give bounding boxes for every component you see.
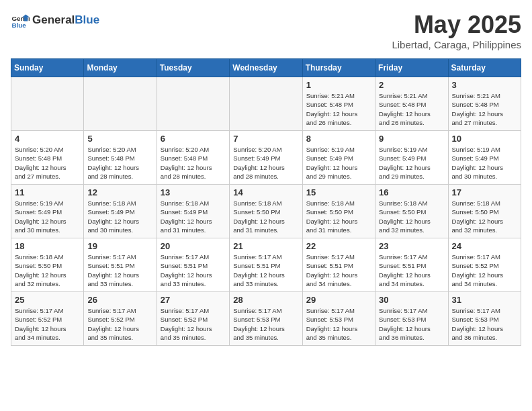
day-info: Sunrise: 5:18 AMSunset: 5:50 PMDaylight:… [233, 199, 298, 234]
day-header-wednesday: Wednesday [230, 59, 302, 77]
day-number: 5 [87, 134, 152, 144]
day-number: 25 [15, 295, 80, 305]
day-header-sunday: Sunday [11, 59, 84, 77]
calendar-cell: 28Sunrise: 5:17 AMSunset: 5:53 PMDayligh… [230, 292, 302, 346]
day-number: 4 [15, 134, 80, 144]
day-number: 9 [379, 134, 444, 144]
calendar-cell: 12Sunrise: 5:18 AMSunset: 5:49 PMDayligh… [84, 185, 157, 238]
day-info: Sunrise: 5:19 AMSunset: 5:49 PMDaylight:… [379, 145, 444, 181]
calendar-cell: 18Sunrise: 5:18 AMSunset: 5:50 PMDayligh… [11, 238, 84, 292]
logo: General Blue GeneralBlue [11, 11, 99, 30]
day-info: Sunrise: 5:20 AMSunset: 5:48 PMDaylight:… [87, 145, 152, 181]
calendar-body: 1Sunrise: 5:21 AMSunset: 5:48 PMDaylight… [11, 77, 521, 346]
calendar-cell: 20Sunrise: 5:17 AMSunset: 5:51 PMDayligh… [157, 238, 229, 292]
calendar-cell: 16Sunrise: 5:18 AMSunset: 5:50 PMDayligh… [375, 185, 448, 238]
calendar-cell [11, 77, 84, 131]
day-info: Sunrise: 5:17 AMSunset: 5:51 PMDaylight:… [87, 253, 152, 288]
calendar-cell [157, 77, 229, 131]
day-info: Sunrise: 5:17 AMSunset: 5:52 PMDaylight:… [87, 306, 152, 342]
svg-text:Blue: Blue [11, 21, 26, 29]
day-number: 7 [233, 134, 298, 144]
calendar-cell: 17Sunrise: 5:18 AMSunset: 5:50 PMDayligh… [448, 185, 521, 238]
calendar-cell: 27Sunrise: 5:17 AMSunset: 5:52 PMDayligh… [157, 292, 229, 346]
day-number: 3 [452, 80, 517, 90]
day-info: Sunrise: 5:17 AMSunset: 5:51 PMDaylight:… [306, 253, 371, 288]
location-subtitle: Libertad, Caraga, Philippines [392, 39, 521, 50]
calendar-cell: 5Sunrise: 5:20 AMSunset: 5:48 PMDaylight… [84, 131, 157, 185]
day-number: 17 [452, 187, 517, 197]
day-info: Sunrise: 5:20 AMSunset: 5:48 PMDaylight:… [161, 145, 226, 181]
day-info: Sunrise: 5:17 AMSunset: 5:53 PMDaylight:… [379, 306, 444, 342]
calendar-cell: 29Sunrise: 5:17 AMSunset: 5:53 PMDayligh… [302, 292, 375, 346]
day-number: 6 [161, 134, 226, 144]
day-number: 22 [306, 241, 371, 251]
day-info: Sunrise: 5:19 AMSunset: 5:49 PMDaylight:… [306, 145, 371, 181]
day-number: 24 [452, 241, 517, 251]
calendar-cell: 21Sunrise: 5:17 AMSunset: 5:51 PMDayligh… [230, 238, 302, 292]
calendar-week-row: 11Sunrise: 5:19 AMSunset: 5:49 PMDayligh… [11, 185, 521, 238]
day-info: Sunrise: 5:21 AMSunset: 5:48 PMDaylight:… [379, 91, 444, 127]
day-number: 30 [379, 295, 444, 305]
day-number: 15 [306, 187, 371, 197]
day-info: Sunrise: 5:17 AMSunset: 5:52 PMDaylight:… [161, 306, 226, 342]
day-info: Sunrise: 5:20 AMSunset: 5:49 PMDaylight:… [233, 145, 298, 181]
day-info: Sunrise: 5:18 AMSunset: 5:50 PMDaylight:… [452, 199, 517, 234]
title-block: May 2025 Libertad, Caraga, Philippines [392, 11, 521, 50]
calendar-cell: 30Sunrise: 5:17 AMSunset: 5:53 PMDayligh… [375, 292, 448, 346]
logo-blue: Blue [75, 13, 99, 27]
calendar-cell: 24Sunrise: 5:17 AMSunset: 5:52 PMDayligh… [448, 238, 521, 292]
calendar-week-row: 18Sunrise: 5:18 AMSunset: 5:50 PMDayligh… [11, 238, 521, 292]
calendar-cell: 9Sunrise: 5:19 AMSunset: 5:49 PMDaylight… [375, 131, 448, 185]
day-number: 10 [452, 134, 517, 144]
calendar-week-row: 1Sunrise: 5:21 AMSunset: 5:48 PMDaylight… [11, 77, 521, 131]
day-info: Sunrise: 5:18 AMSunset: 5:50 PMDaylight:… [379, 199, 444, 234]
day-number: 13 [161, 187, 226, 197]
day-number: 23 [379, 241, 444, 251]
calendar-cell: 13Sunrise: 5:18 AMSunset: 5:49 PMDayligh… [157, 185, 229, 238]
calendar-cell: 22Sunrise: 5:17 AMSunset: 5:51 PMDayligh… [302, 238, 375, 292]
day-number: 29 [306, 295, 371, 305]
day-info: Sunrise: 5:18 AMSunset: 5:50 PMDaylight:… [15, 253, 80, 288]
calendar-cell: 8Sunrise: 5:19 AMSunset: 5:49 PMDaylight… [302, 131, 375, 185]
day-info: Sunrise: 5:18 AMSunset: 5:49 PMDaylight:… [87, 199, 152, 234]
day-info: Sunrise: 5:18 AMSunset: 5:50 PMDaylight:… [306, 199, 371, 234]
day-number: 14 [233, 187, 298, 197]
day-number: 21 [233, 241, 298, 251]
day-header-thursday: Thursday [302, 59, 375, 77]
calendar-cell: 31Sunrise: 5:17 AMSunset: 5:53 PMDayligh… [448, 292, 521, 346]
calendar-cell: 7Sunrise: 5:20 AMSunset: 5:49 PMDaylight… [230, 131, 302, 185]
day-info: Sunrise: 5:20 AMSunset: 5:48 PMDaylight:… [15, 145, 80, 181]
day-number: 1 [306, 80, 371, 90]
calendar-cell: 3Sunrise: 5:21 AMSunset: 5:48 PMDaylight… [448, 77, 521, 131]
calendar-cell: 19Sunrise: 5:17 AMSunset: 5:51 PMDayligh… [84, 238, 157, 292]
day-number: 8 [306, 134, 371, 144]
logo-icon: General Blue [11, 11, 30, 30]
day-header-tuesday: Tuesday [157, 59, 229, 77]
day-info: Sunrise: 5:17 AMSunset: 5:51 PMDaylight:… [161, 253, 226, 288]
day-header-saturday: Saturday [448, 59, 521, 77]
calendar-cell [84, 77, 157, 131]
day-number: 20 [161, 241, 226, 251]
day-number: 31 [452, 295, 517, 305]
day-header-monday: Monday [84, 59, 157, 77]
calendar-week-row: 4Sunrise: 5:20 AMSunset: 5:48 PMDaylight… [11, 131, 521, 185]
day-info: Sunrise: 5:17 AMSunset: 5:53 PMDaylight:… [452, 306, 517, 342]
day-number: 26 [87, 295, 152, 305]
calendar-cell: 25Sunrise: 5:17 AMSunset: 5:52 PMDayligh… [11, 292, 84, 346]
day-number: 12 [87, 187, 152, 197]
day-number: 11 [15, 187, 80, 197]
calendar-cell: 14Sunrise: 5:18 AMSunset: 5:50 PMDayligh… [230, 185, 302, 238]
calendar-cell: 23Sunrise: 5:17 AMSunset: 5:51 PMDayligh… [375, 238, 448, 292]
day-info: Sunrise: 5:19 AMSunset: 5:49 PMDaylight:… [452, 145, 517, 181]
day-info: Sunrise: 5:21 AMSunset: 5:48 PMDaylight:… [452, 91, 517, 127]
day-header-friday: Friday [375, 59, 448, 77]
day-number: 28 [233, 295, 298, 305]
day-info: Sunrise: 5:17 AMSunset: 5:52 PMDaylight:… [452, 253, 517, 288]
calendar-cell: 10Sunrise: 5:19 AMSunset: 5:49 PMDayligh… [448, 131, 521, 185]
day-number: 18 [15, 241, 80, 251]
day-info: Sunrise: 5:17 AMSunset: 5:53 PMDaylight:… [306, 306, 371, 342]
calendar-cell: 4Sunrise: 5:20 AMSunset: 5:48 PMDaylight… [11, 131, 84, 185]
day-number: 2 [379, 80, 444, 90]
calendar-header-row: SundayMondayTuesdayWednesdayThursdayFrid… [11, 59, 521, 77]
calendar-cell: 1Sunrise: 5:21 AMSunset: 5:48 PMDaylight… [302, 77, 375, 131]
